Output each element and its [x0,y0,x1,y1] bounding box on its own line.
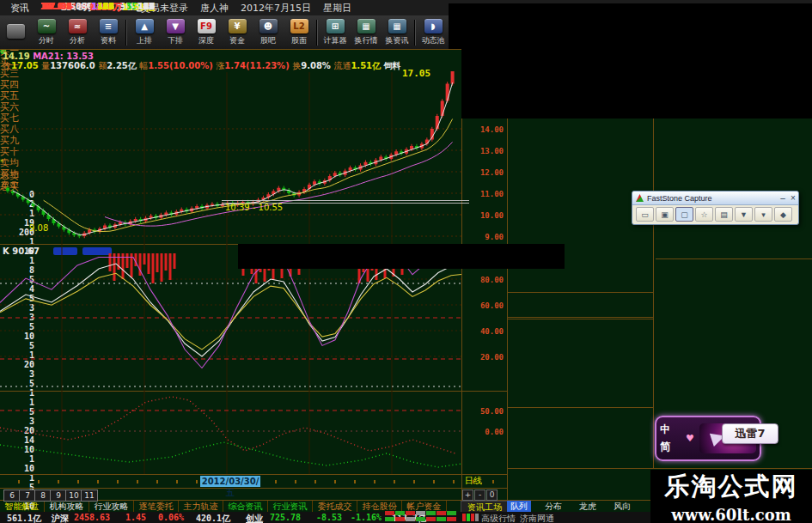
bottom-tab[interactable]: 逐笔委托 [134,501,179,512]
toolbar-button[interactable]: ⊞计算器 [320,16,351,48]
toolbar-button[interactable]: ▼下排 [160,16,191,48]
toolbar-button-label: 动态池 [422,35,445,46]
bottom-tab[interactable]: 综合资讯 [223,501,268,512]
faststone-capture-window[interactable]: FastStone Capture – × ▭▣▢☆▤▼▾◆ [632,191,799,225]
toolbar-button[interactable]: ≡资料 [93,16,124,48]
toolbar-button-label: 资金 [229,35,245,46]
close-button[interactable]: × [788,193,798,203]
bottom-tab[interactable]: 机构攻略 [45,501,89,512]
toolbar-button[interactable]: ≈分析 [62,16,93,48]
divider [507,292,653,293]
bottom-tab[interactable]: 行业资讯 [268,501,313,512]
date-axis-highlight: 2012/03/30/五 [200,476,260,487]
tab-分布[interactable]: 分布 [541,501,565,512]
capture-scrolling-window-button[interactable]: ▤ [715,207,733,222]
candlestick-chart[interactable] [0,50,507,501]
tab-龙虎[interactable]: 龙虎 [576,501,600,512]
tab-队列[interactable]: 队列 [507,501,531,512]
换行情-icon: ▦ [357,19,375,33]
index-status-value[interactable]: 创业 [246,513,263,523]
connection-status: 高级行情_济南网通 [481,513,554,523]
session-field: 唐人神 [200,2,229,15]
index-status-value: -1.16% [351,513,382,522]
market-heat-cell [447,517,456,521]
tick-volume: 25 [72,1,114,12]
tick-count: 5 [129,1,155,12]
bottom-tab-bar: 智能解盘机构攻略行业攻略逐笔委托主力轨迹综合资讯行业资讯委托成交持仓股份帐户资金 [0,501,447,512]
market-heat-cell [385,511,394,515]
redaction-block [449,3,812,49]
watermark: 乐淘公式网 www.60lt.com [650,470,812,523]
bottom-tab[interactable]: 主力轨迹 [179,501,223,512]
bottom-tab[interactable]: 委托成交 [313,501,357,512]
ime-language-indicator[interactable]: 中 [660,423,686,437]
redaction-block [238,244,565,269]
faststone-title: FastStone Capture [647,194,778,203]
toolbar-button[interactable]: L2股面 [284,16,314,48]
range-line [222,200,469,201]
资金-icon: ¥ [229,19,247,33]
ime-simplified-indicator[interactable]: 简 [660,440,686,454]
tab-风向[interactable]: 风向 [610,501,634,512]
toolbar-button[interactable]: F9深度 [191,16,222,48]
capture-active-window-button[interactable]: ▭ [636,207,654,222]
bottom-tab[interactable]: 智能解盘 [0,501,45,512]
divider [656,258,812,259]
divider [653,118,654,468]
动态池-icon: ◗ [424,19,443,33]
settings-button[interactable]: ◆ [774,207,792,222]
toolbar-button-label: 计算器 [324,35,347,46]
toolbar-button[interactable]: ◗动态池 [418,16,449,48]
toolbar-button-label: 上排 [137,35,152,46]
thunder-tooltip[interactable]: 迅雷7 [722,423,778,444]
session-field: 2012年7月15日 [241,2,311,15]
toolbar-separator [125,20,127,46]
heart-icon[interactable]: ♥ [686,433,699,444]
range-annotation: 10.39 - 10.55 [225,204,283,212]
toolbar-button-label: 下排 [168,35,183,46]
toolbar-button[interactable]: ☻股吧 [253,16,284,48]
bottom-tab[interactable]: 行业攻略 [89,501,134,512]
股吧-icon: ☻ [259,19,278,33]
minimize-button[interactable]: – [778,193,788,203]
index-status-value: 沪深 [52,513,69,523]
toolbar-button[interactable]: ~分时 [31,16,62,48]
capture-rectangle-button[interactable]: ▢ [675,207,693,222]
capture-window-object-button[interactable]: ▣ [656,207,674,222]
toolbar-button-label: 分时 [39,35,54,46]
toolbar-button[interactable]: ▦换行情 [351,16,382,48]
market-heat-cell [437,517,446,521]
toolbar-separator [414,20,416,46]
faststone-logo-icon [636,194,644,202]
market-heat-cell [395,517,405,521]
faststone-toolbar: ▭▣▢☆▤▼▾◆ [632,205,798,223]
toolbar-button[interactable]: ▲上排 [129,16,160,48]
index-status-value: -8.53 [316,513,342,522]
toolbar-button-label: 资料 [101,35,116,46]
上排-icon: ▲ [136,19,154,33]
index-status-value: 561.1亿 [7,513,41,523]
分时-icon: ~ [38,19,56,33]
market-heat-cell [447,511,456,515]
下排-icon: ▼ [167,19,185,33]
toolbar-button-label: 分析 [70,35,85,46]
capture-freehand-button[interactable]: ☆ [695,207,713,222]
watermark-url: www.60lt.com [671,506,791,523]
low-price-annotation: 9.08 [29,224,48,233]
index-status-value: 420.1亿 [196,513,230,523]
connection-signal-icon [462,514,479,521]
toolbar-button-label: 股面 [291,35,307,46]
toolbar-button[interactable]: ¥资金 [222,16,253,48]
faststone-title-bar[interactable]: FastStone Capture – × [632,192,798,205]
kdj-header: K 90.67 [3,247,40,256]
cut-icon[interactable] [0,16,31,48]
capture-fullscreen-button[interactable]: ▼ [735,207,753,222]
toolbar-button[interactable]: ▦换资讯 [382,16,412,48]
session-field: 星期日 [323,2,351,15]
save-output-button[interactable]: ▾ [754,207,772,222]
divider [507,50,508,512]
market-heat-cell [426,511,436,515]
divider [507,407,653,408]
toolbar-button-label: 股吧 [260,35,276,46]
tick-price: 17.05 [36,1,72,12]
